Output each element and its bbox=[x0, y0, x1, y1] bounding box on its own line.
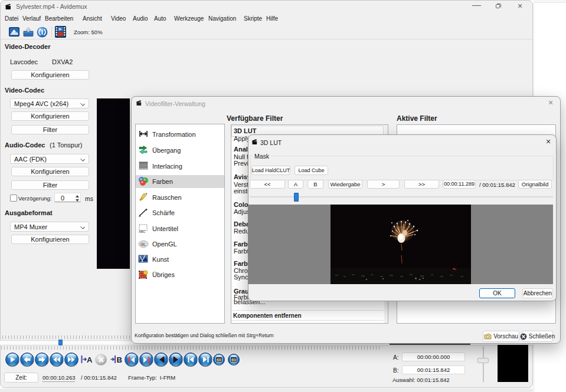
svg-text:B: B bbox=[117, 355, 122, 364]
svg-text:ABC: ABC bbox=[139, 230, 145, 233]
svg-text:A: A bbox=[87, 355, 93, 364]
svg-text:GL: GL bbox=[140, 242, 146, 246]
